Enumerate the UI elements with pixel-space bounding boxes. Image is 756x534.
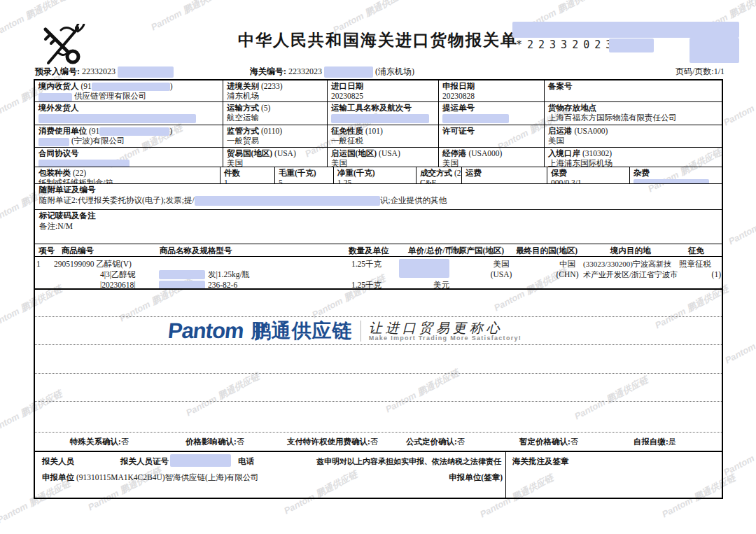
- field-marks-notes: 标记唛码及备注 备注:N/M: [35, 210, 722, 244]
- field-import-date: 进口日期 20230825: [328, 80, 439, 101]
- confirm-price-influence: 价格影响确认:否: [186, 437, 244, 447]
- field-entry-point: 入境口岸 (310302) 上海浦东国际机场: [545, 148, 722, 167]
- goods-col-origin: 原产国(地区): [458, 246, 504, 255]
- declaration-form-table: 境内收货人 (91) 供应链管理有限公司 进境关别 (2233) 浦东机场 进口…: [34, 79, 723, 499]
- redaction: [38, 93, 72, 101]
- field-package-type: 包装种类 (22) 纸制或纤维板制盒/箱: [35, 167, 220, 183]
- field-entry-port: 进境关别 (2233) 浦东机场: [223, 80, 328, 101]
- goods-item-domestic2: 术产业开发区/浙江省宁波市: [583, 269, 690, 279]
- form-row: 包装种类 (22) 纸制或纤维板制盒/箱 件数 1 毛重(千克) 5 净重(千克…: [35, 167, 722, 184]
- watermark: Pantom 鹏通供应链: [722, 430, 756, 479]
- brand-slogan-cn: 让进口贸易更称心: [369, 321, 522, 335]
- dotted-line: [35, 432, 722, 433]
- pre-entry-value: 22332023: [82, 66, 115, 76]
- field-insurance: 保费 000/0.3/1: [547, 167, 630, 183]
- customs-declaration-page: Pantom 鹏通供应链 Pantom 鹏通供应链 Pantom 鹏通供应链 P…: [0, 0, 756, 534]
- goods-item-spec2: 4|3|乙醇铌: [100, 269, 136, 279]
- customs-number: 海关编号: 22332023 (浦东机场): [250, 66, 414, 78]
- pre-entry-number: 预录入编号: 22332023: [35, 66, 174, 78]
- field-record-no: 备案号: [545, 80, 722, 101]
- form-row: 境内收货人 (91) 供应链管理有限公司 进境关别 (2233) 浦东机场 进口…: [35, 80, 722, 102]
- redaction: [99, 127, 169, 136]
- field-gross-weight: 毛重(千克) 5: [275, 167, 334, 183]
- redaction: [609, 38, 654, 52]
- declaration-statement: 兹申明对以上内容承担如实申报、依法纳税之法律责任: [315, 456, 503, 467]
- goods-item-qty1: 1.25千克: [335, 259, 382, 269]
- redaction: [38, 114, 196, 123]
- field-consignee: 境内收货人 (91) 供应链管理有限公司: [35, 80, 223, 101]
- confirm-provisional-price: 暂定价格确认:否: [519, 437, 578, 447]
- pre-entry-label: 预录入编号:: [35, 66, 80, 76]
- declarant-label: 报关人员: [42, 456, 74, 467]
- field-trade-country: 贸易国(地区) (USA) 美国: [223, 148, 328, 167]
- field-attached-docs: 随附单证及编号 随附单证2:代理报关委托协议(电子);发票;提/识;企业提供的其…: [35, 184, 722, 209]
- redaction: [170, 454, 231, 467]
- field-freight: 运费: [462, 167, 547, 183]
- watermark: Pantom 鹏通供应链: [723, 318, 756, 367]
- goods-item-dest-code: (CHN): [548, 269, 587, 279]
- field-net-weight: 净重(千克) 1.25: [334, 167, 416, 183]
- field-via-port: 经停港 (USA000) 美国: [439, 148, 545, 167]
- form-row: 境外发货人 运输方式 (5) 航空运输 运输工具名称及航次号 提运单号 货物存放…: [35, 102, 722, 125]
- field-transport-name: 运输工具名称及航次号: [328, 102, 439, 125]
- confirm-formula-pricing: 公式定价确认:否: [406, 437, 465, 447]
- goods-col-name-spec: 商品名称及规格型号: [160, 246, 232, 255]
- goods-col-destination: 最终目的国(地区): [516, 246, 578, 255]
- redaction: [690, 38, 739, 63]
- redaction: [159, 270, 205, 279]
- goods-item-origin-code: (USA): [476, 269, 526, 279]
- field-consumer-unit: 消费使用单位 (91) (宁波)有限公司: [35, 125, 223, 147]
- goods-item-origin: 美国: [476, 259, 526, 269]
- redaction: [118, 66, 174, 78]
- field-misc-fee: 杂费: [630, 167, 722, 183]
- form-row: 随附单证及编号 随附单证2:代理报关委托协议(电子);发票;提/识;企业提供的其…: [35, 184, 722, 210]
- brand-divider: [360, 321, 361, 342]
- field-transport-mode: 运输方式 (5) 航空运输: [223, 102, 328, 125]
- confirm-royalty-payment: 支付特许权使用费确认:否: [287, 437, 378, 447]
- field-tax-nature: 征免性质 (101) 一般征税: [328, 125, 439, 147]
- confirm-special-relation: 特殊关系确认:否: [70, 437, 129, 447]
- field-overseas-shipper: 境外发货人: [35, 102, 223, 125]
- watermark: Pantom 鹏通供应链: [727, 199, 756, 248]
- redaction: [92, 83, 170, 91]
- goods-item-code-name: 2905199090 乙醇铌(V): [54, 259, 132, 269]
- form-row: 消费使用单位 (91) (宁波)有限公司 监管方式 (0110) 一般贸易 征免…: [35, 125, 722, 148]
- dotted-line: [35, 344, 722, 345]
- redaction: [38, 138, 69, 146]
- field-license-no: 许可证号: [439, 125, 545, 147]
- goods-item-duty: 照章征税: [679, 259, 711, 269]
- goods-item-spec2b: 发|1.25kg/瓶: [208, 269, 250, 279]
- goods-col-duty: 征免: [688, 246, 704, 255]
- phone-label: 电话: [238, 456, 254, 467]
- field-transaction-mode: 成交方式 (2) C&F: [416, 167, 462, 183]
- customs-notes-label: 海关批注及签章: [512, 456, 569, 467]
- customs-number-value: 22332023: [288, 66, 322, 76]
- field-storage-place: 货物存放地点 上海百福东方国际物流有限责任公司: [545, 102, 722, 125]
- page-number: 页码/页数:1/1: [651, 66, 724, 78]
- brand-strip: Pantom 鹏通供应链 让进口贸易更称心 Make Import Tradin…: [161, 318, 528, 344]
- redaction: [195, 196, 380, 206]
- brand-logo-cn: 鹏通供应链: [251, 318, 353, 344]
- form-row: 合同协议号 贸易国(地区) (USA) 美国 启运国(地区) (USA) 美国 …: [35, 148, 722, 167]
- dotted-line: [35, 316, 722, 317]
- field-bill-no: 提运单号: [439, 102, 545, 125]
- brand-slogan-en: Make Import Trading More Satisfactory!: [369, 335, 522, 342]
- watermark: Pantom 鹏通供应链: [722, 80, 756, 129]
- redaction: [38, 160, 130, 167]
- goods-col-hs-code: 商品编号: [62, 246, 94, 255]
- declaration-serial-number: *22332023: [516, 38, 617, 51]
- brand-logo-latin: Pantom: [167, 318, 244, 344]
- declare-unit: 申报单位 (91310115MA1K4C2B4U)智海供应链(上海)有限公司: [42, 472, 259, 483]
- customs-number-note: (浦东机场): [375, 66, 414, 76]
- field-declare-date: 申报日期 20230828: [439, 80, 545, 101]
- redaction: [442, 114, 509, 123]
- confirm-self-declare-pay: 自报自缴:是: [634, 437, 676, 447]
- goods-col-item-no: 项号: [38, 246, 55, 255]
- confirmation-bottom-border: [35, 451, 722, 452]
- field-supervision-mode: 监管方式 (0110) 一般贸易: [223, 125, 328, 147]
- goods-item-duty-code: (1): [693, 269, 721, 279]
- redaction: [634, 179, 709, 183]
- watermark: Pantom 鹏通供应链: [149, 0, 227, 34]
- goods-col-price: 单价/总价/币制: [408, 246, 461, 255]
- field-departure-port: 启运港 (USA000) 美国: [545, 125, 722, 147]
